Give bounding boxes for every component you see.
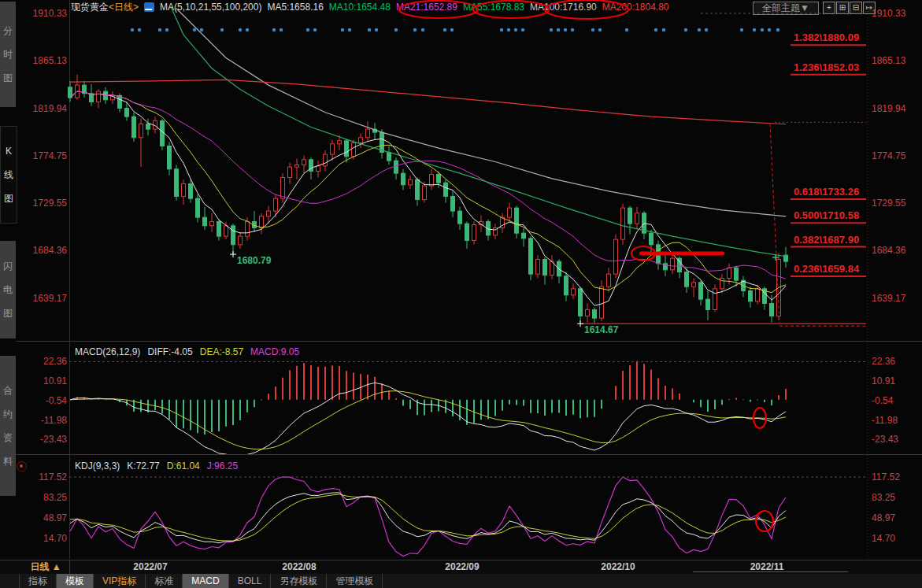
svg-text:-0.54: -0.54 xyxy=(872,395,894,406)
svg-text:0.236\1659.84: 0.236\1659.84 xyxy=(794,263,860,275)
svg-text:-0.54: -0.54 xyxy=(46,395,68,406)
sidebar-item-label: K线图 xyxy=(3,139,14,210)
tab-templates[interactable]: 模板 xyxy=(57,574,94,588)
tab-manage-templates[interactable]: 管理模板 xyxy=(327,574,383,588)
sidebar-item-kline-chart[interactable]: K线图 xyxy=(0,126,17,224)
tab-standard[interactable]: 标准 xyxy=(146,574,183,588)
svg-text:1639.17: 1639.17 xyxy=(33,293,68,304)
svg-text:48.97: 48.97 xyxy=(872,512,895,523)
svg-text:1865.13: 1865.13 xyxy=(872,55,906,66)
svg-text:1684.36: 1684.36 xyxy=(872,245,906,256)
period-selector[interactable]: 日线 ▲ xyxy=(22,560,70,574)
bottom-tab-bar: 指标 模板 VIP指标 标准 MACD BOLL 另存模板 管理模板 xyxy=(0,574,922,588)
indicator-logo-icon xyxy=(144,2,154,12)
svg-text:0.382\1687.90: 0.382\1687.90 xyxy=(794,234,859,246)
all-themes-button[interactable]: 全部主题▼ xyxy=(753,2,819,15)
symbol-name: 现货黄金 xyxy=(71,1,109,14)
svg-text:-23.43: -23.43 xyxy=(40,434,67,445)
ma21-value: MA21:1652.89 xyxy=(396,2,457,13)
indicator-marker-icon xyxy=(17,461,27,472)
kdj-header: KDJ(9,3,3) K:72.77 D:61.04 J:96.25 xyxy=(75,460,238,472)
svg-text:83.25: 83.25 xyxy=(43,492,67,503)
j-value: J:96.25 xyxy=(207,460,238,472)
ma100-value: MA100:1716.90 xyxy=(530,2,597,13)
svg-text:-11.98: -11.98 xyxy=(41,415,67,426)
sidebar-item-lightning-chart[interactable]: 闪电图 xyxy=(0,241,16,338)
trading-app: 分时图 K线图 闪电图 合约资料 现货黄金 <日线> MA(5,10,21,55… xyxy=(0,0,922,588)
macd-header: MACD(26,12,9) DIFF:-4.05 DEA:-8.57 MACD:… xyxy=(75,346,299,357)
svg-text:1865.13: 1865.13 xyxy=(33,55,68,66)
svg-text:1819.94: 1819.94 xyxy=(33,103,68,114)
tab-vip-indicators[interactable]: VIP指标 xyxy=(94,574,146,588)
axis-divider xyxy=(69,0,70,559)
sidebar-item-label: 分时图 xyxy=(2,19,13,90)
svg-text:1680.79: 1680.79 xyxy=(237,255,272,266)
svg-text:1729.55: 1729.55 xyxy=(33,198,68,209)
svg-text:-23.43: -23.43 xyxy=(872,434,898,445)
ma5-value: MA5:1658.16 xyxy=(267,2,323,13)
sidebar-item-label: 合约资料 xyxy=(2,379,13,473)
ma-group-label: MA(5,10,21,55,100,200) xyxy=(160,2,261,13)
panel-divider-kdj xyxy=(16,454,922,455)
tab-save-template[interactable]: 另存模板 xyxy=(271,574,327,588)
svg-text:14.70: 14.70 xyxy=(872,533,895,544)
ma200-value: MA200:1804.80 xyxy=(602,2,669,13)
sidebar-item-time-chart[interactable]: 分时图 xyxy=(0,2,16,107)
svg-text:117.52: 117.52 xyxy=(39,472,67,483)
k-value: K:72.77 xyxy=(127,460,159,472)
kdj-title: KDJ(9,3,3) xyxy=(75,460,120,472)
exit-icon[interactable]: ↦ xyxy=(863,2,876,14)
sidebar-item-contract-info[interactable]: 合约资料 xyxy=(0,356,16,496)
svg-text:1639.17: 1639.17 xyxy=(872,293,906,304)
ma10-value: MA10:1654.48 xyxy=(329,2,391,13)
svg-text:48.97: 48.97 xyxy=(43,512,67,523)
tab-indicators[interactable]: 指标 xyxy=(19,574,57,588)
diff-value: DIFF:-4.05 xyxy=(147,346,192,357)
restore-view-icon[interactable]: ⊟ xyxy=(850,2,862,14)
d-value: D:61.04 xyxy=(167,460,200,472)
panel-divider-macd xyxy=(16,341,922,342)
svg-text:117.52: 117.52 xyxy=(872,472,900,483)
tab-boll[interactable]: BOLL xyxy=(229,574,272,588)
svg-text:1614.67: 1614.67 xyxy=(584,324,619,335)
svg-text:1.382\1880.09: 1.382\1880.09 xyxy=(794,31,859,43)
svg-text:1910.33: 1910.33 xyxy=(33,8,68,19)
svg-text:1774.75: 1774.75 xyxy=(872,150,906,161)
svg-text:10.91: 10.91 xyxy=(872,375,895,386)
svg-text:1774.75: 1774.75 xyxy=(33,150,68,161)
pan-icon[interactable]: + xyxy=(823,2,835,14)
svg-text:1910.33: 1910.33 xyxy=(872,8,906,19)
svg-text:83.25: 83.25 xyxy=(872,492,895,503)
dea-value: DEA:-8.57 xyxy=(200,346,243,357)
svg-text:1729.55: 1729.55 xyxy=(872,198,906,209)
svg-text:22.36: 22.36 xyxy=(43,356,67,367)
macd-value: MACD:9.05 xyxy=(250,346,299,357)
svg-text:10.91: 10.91 xyxy=(43,375,67,386)
svg-text:1684.36: 1684.36 xyxy=(33,245,68,256)
chart-canvas: 1910.331910.331865.131865.131819.941819.… xyxy=(0,0,922,588)
svg-text:14.70: 14.70 xyxy=(43,533,67,544)
ma55-value: MA55:1678.83 xyxy=(463,2,524,13)
svg-text:1819.94: 1819.94 xyxy=(872,103,906,114)
macd-title: MACD(26,12,9) xyxy=(75,346,140,357)
svg-text:1.236\1852.03: 1.236\1852.03 xyxy=(794,61,859,73)
zoom-window-icon[interactable]: ⊞ xyxy=(836,2,849,14)
svg-text:0.500\1710.58: 0.500\1710.58 xyxy=(794,209,859,221)
tab-macd[interactable]: MACD xyxy=(183,574,228,588)
svg-text:-11.98: -11.98 xyxy=(872,415,898,426)
sidebar-item-label: 闪电图 xyxy=(2,254,13,325)
svg-text:0.618\1733.26: 0.618\1733.26 xyxy=(794,186,859,198)
time-axis-row: 日线 ▲ xyxy=(0,560,922,575)
period-tag: <日线> xyxy=(109,1,139,14)
svg-text:22.36: 22.36 xyxy=(872,356,895,367)
chart-header: 现货黄金 <日线> MA(5,10,21,55,100,200) MA5:165… xyxy=(71,1,668,13)
